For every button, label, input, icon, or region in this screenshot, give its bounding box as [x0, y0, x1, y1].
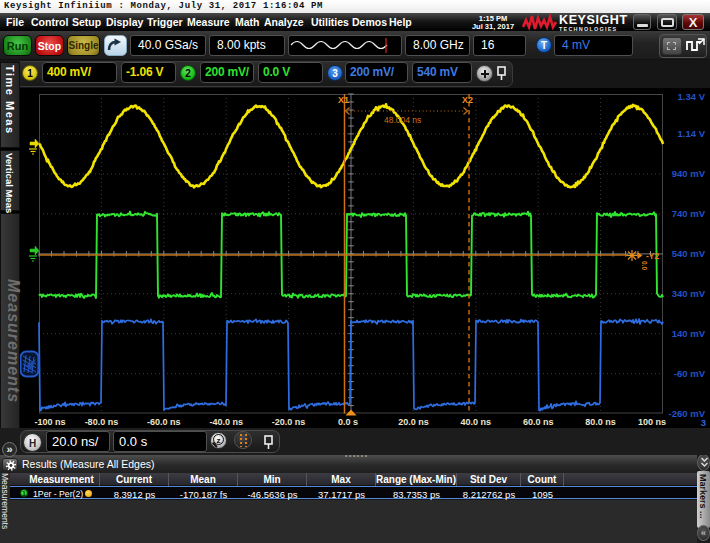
svg-text:0.0 s: 0.0 s [338, 417, 358, 427]
svg-text:3: 3 [701, 417, 706, 428]
svg-text:80.0 ns: 80.0 ns [585, 417, 616, 427]
svg-text:0.0: 0.0 [641, 261, 648, 270]
svg-text:340 mV: 340 mV [672, 288, 706, 299]
svg-text:-Y2: -Y2 [646, 251, 660, 261]
svg-text:-20.0 ns: -20.0 ns [272, 417, 306, 427]
svg-text:740 mV: 740 mV [672, 208, 706, 219]
svg-text:60.0 ns: 60.0 ns [523, 417, 554, 427]
svg-text:48.004 ns: 48.004 ns [384, 115, 421, 125]
svg-text:X2: X2 [462, 95, 473, 105]
svg-text:20.0 ns: 20.0 ns [398, 417, 429, 427]
svg-text:-60.0 ns: -60.0 ns [147, 417, 181, 427]
svg-text:940 mV: 940 mV [672, 168, 706, 179]
svg-text:X1: X1 [338, 95, 349, 105]
svg-text:540 mV: 540 mV [672, 248, 706, 259]
svg-text:-40.0 ns: -40.0 ns [209, 417, 243, 427]
svg-text:40.0 ns: 40.0 ns [461, 417, 492, 427]
svg-text:140 mV: 140 mV [672, 328, 706, 339]
svg-text:-80.0 ns: -80.0 ns [85, 417, 119, 427]
svg-text:-100 ns: -100 ns [34, 417, 65, 427]
svg-text:1.14 V: 1.14 V [678, 128, 706, 139]
svg-text:100 ns: 100 ns [638, 417, 666, 427]
svg-text:-60 mV: -60 mV [674, 368, 706, 379]
svg-text:1.34 V: 1.34 V [678, 91, 706, 102]
